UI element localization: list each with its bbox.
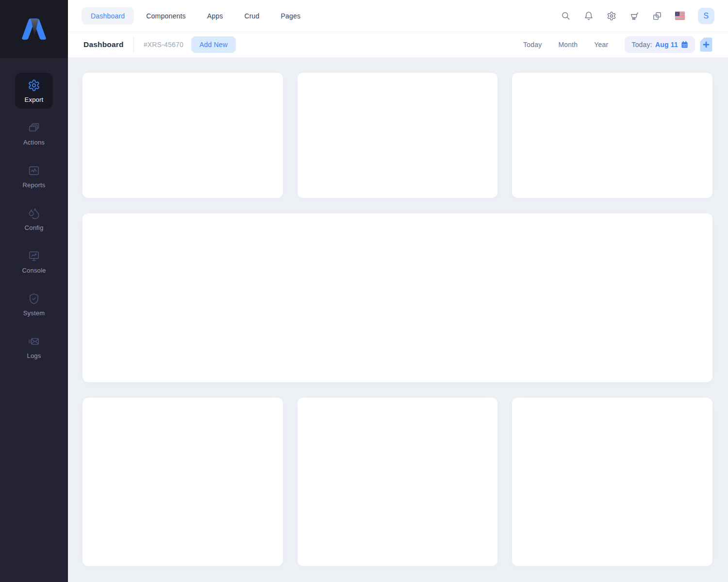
layers-copy-icon	[28, 122, 40, 134]
sidebar-item-system[interactable]: System	[15, 286, 53, 322]
file-plus-icon	[700, 37, 712, 52]
tab-apps[interactable]: Apps	[198, 7, 232, 25]
placeholder-card-1	[83, 73, 283, 198]
sidebar-item-label: Logs	[27, 352, 41, 359]
top-navbar-actions: S	[561, 8, 714, 24]
ticket-reference: #XRS-45670	[144, 41, 183, 48]
date-filter-button[interactable]: Today: Aug 11	[625, 36, 695, 53]
sidebar-item-export[interactable]: Export	[15, 73, 53, 109]
tab-pages[interactable]: Pages	[272, 7, 310, 25]
sidebar-item-label: Console	[22, 267, 46, 274]
user-avatar[interactable]: S	[698, 8, 714, 24]
mail-send-icon	[28, 335, 40, 348]
sidebar-item-logs[interactable]: Logs	[15, 329, 53, 365]
tab-dashboard[interactable]: Dashboard	[82, 7, 134, 25]
toolbar-filters: Today Month Year Today: Aug 11	[523, 36, 712, 53]
top-nav-tabs: Dashboard Components Apps Crud Pages	[82, 7, 310, 25]
tab-crud[interactable]: Crud	[235, 7, 268, 25]
placeholder-card-3	[512, 73, 712, 198]
range-month-link[interactable]: Month	[558, 41, 578, 48]
page-title: Dashboard	[83, 40, 124, 49]
main-area: Dashboard Components Apps Crud Pages	[68, 0, 728, 582]
sidebar-nav: Export Actions Reports Config	[0, 58, 68, 372]
top-navbar: Dashboard Components Apps Crud Pages	[68, 0, 728, 32]
droplets-icon	[28, 207, 40, 220]
sidebar-item-label: Export	[25, 96, 44, 103]
sidebar-item-reports[interactable]: Reports	[15, 158, 53, 194]
placeholder-card-6	[512, 398, 712, 566]
top-card-row	[83, 73, 712, 198]
search-icon[interactable]	[561, 11, 571, 21]
cart-icon[interactable]	[629, 11, 639, 21]
bell-icon[interactable]	[584, 11, 594, 21]
sidebar-item-label: System	[23, 309, 45, 317]
gear-icon	[28, 79, 40, 92]
new-file-button[interactable]	[700, 37, 712, 52]
sidebar-item-label: Reports	[23, 181, 46, 189]
sidebar-item-label: Actions	[23, 139, 45, 146]
add-new-button[interactable]: Add New	[191, 36, 236, 53]
sidebar-item-config[interactable]: Config	[15, 201, 53, 237]
bottom-card-row	[83, 398, 712, 566]
range-year-link[interactable]: Year	[594, 41, 608, 48]
sidebar: Export Actions Reports Config	[0, 0, 68, 582]
range-today-link[interactable]: Today	[523, 41, 542, 48]
sidebar-item-actions[interactable]: Actions	[15, 115, 53, 151]
placeholder-card-2	[298, 73, 498, 198]
copy-icon[interactable]	[652, 11, 662, 21]
page-toolbar: Dashboard #XRS-45670 Add New Today Month…	[68, 32, 728, 57]
calendar-icon	[681, 41, 688, 48]
date-filter-value: Aug 11	[655, 41, 678, 48]
sidebar-item-label: Config	[25, 224, 44, 231]
brand-mark-icon	[18, 17, 50, 41]
tab-components[interactable]: Components	[137, 7, 195, 25]
divider	[133, 36, 134, 53]
us-flag-icon[interactable]	[675, 11, 685, 20]
sidebar-item-console[interactable]: Console	[15, 243, 53, 279]
app-logo[interactable]	[0, 0, 68, 58]
placeholder-card-wide	[83, 213, 712, 382]
date-filter-prefix: Today:	[631, 41, 652, 48]
dashboard-content	[68, 57, 728, 582]
placeholder-card-4	[83, 398, 283, 566]
gear-icon[interactable]	[607, 11, 616, 21]
placeholder-card-5	[298, 398, 498, 566]
shield-check-icon	[28, 292, 40, 305]
activity-box-icon	[28, 164, 40, 177]
monitor-chart-icon	[28, 250, 40, 262]
